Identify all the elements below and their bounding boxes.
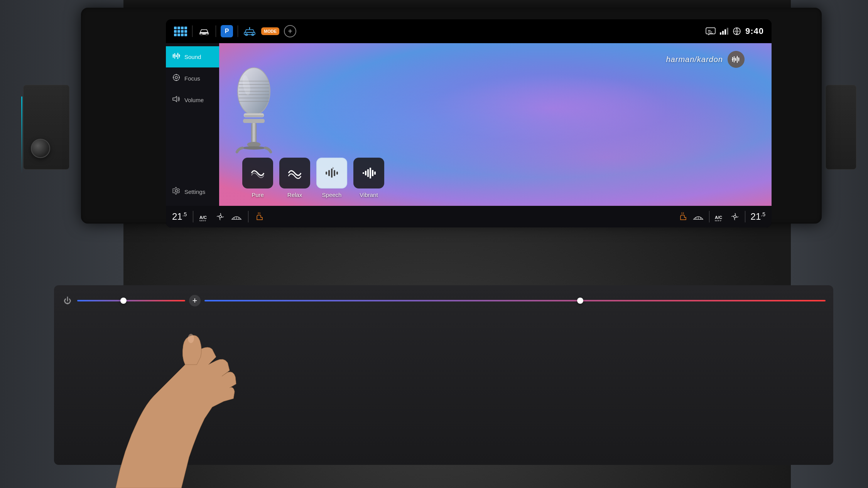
main-content-area: harman/kardon — [219, 43, 772, 206]
svg-text:MAX: MAX — [199, 219, 206, 221]
connected-car-icon — [243, 27, 256, 36]
apps-icon[interactable] — [174, 24, 187, 38]
microphone-svg — [223, 61, 285, 169]
sidebar-focus-label: Focus — [184, 75, 200, 82]
blue-accent-trim — [21, 96, 22, 173]
hk-logo-text: harman/kardon — [666, 55, 723, 64]
bottom-climate-bar: 21.5 A/C MAX — [166, 206, 772, 227]
svg-rect-57 — [367, 169, 369, 177]
message-icon — [705, 27, 716, 36]
divider-3 — [238, 25, 238, 37]
right-temp-display: 21.5 — [751, 211, 765, 222]
volume-icon — [172, 96, 181, 104]
pure-icon — [250, 166, 265, 180]
left-temp-slider-thumb[interactable] — [120, 298, 127, 304]
svg-point-72 — [734, 215, 736, 218]
focus-svg-icon — [172, 74, 180, 81]
right-temp-slider-thumb[interactable] — [577, 298, 583, 304]
svg-point-63 — [219, 215, 221, 218]
climate-divider-1 — [193, 211, 193, 222]
main-screen: P MODE + — [166, 19, 772, 227]
left-vent — [23, 85, 69, 170]
hk-branding: harman/kardon — [666, 51, 745, 68]
status-icons: 9:40 — [705, 26, 764, 36]
climate-divider-2 — [248, 211, 248, 222]
left-temp-slider[interactable] — [77, 300, 185, 301]
sidebar: Sound Focus — [166, 43, 219, 206]
car-button[interactable] — [197, 24, 211, 38]
bottom-controls: ⏻ + — [62, 289, 826, 312]
plus-button[interactable]: + — [189, 295, 201, 306]
heated-seat-icon[interactable] — [255, 212, 264, 221]
car-icon — [198, 27, 210, 35]
mode-button-vibrant[interactable]: Vibrant — [353, 158, 384, 198]
network-icon — [732, 27, 741, 35]
mode-button-pure[interactable]: Pure — [242, 158, 273, 198]
eq-icon — [172, 52, 180, 59]
gear-icon — [172, 187, 180, 195]
relax-label: Relax — [287, 192, 302, 198]
sidebar-item-sound[interactable]: Sound — [166, 46, 219, 67]
vibrant-icon — [361, 166, 377, 180]
right-ac-max-icon[interactable]: A/C MAX — [715, 212, 725, 221]
svg-point-49 — [242, 146, 265, 150]
right-vent — [826, 85, 856, 170]
grid-icon — [174, 27, 187, 36]
mode-button-speech[interactable]: Speech — [316, 158, 347, 198]
left-knob[interactable] — [31, 139, 50, 158]
ac-max-icon[interactable]: A/C MAX — [199, 212, 209, 221]
svg-rect-51 — [328, 170, 330, 176]
pure-icon-box — [242, 158, 273, 188]
add-button[interactable]: + — [284, 25, 296, 37]
sound-modes-container: Pure Relax — [242, 158, 768, 198]
divider-1 — [192, 25, 193, 37]
sidebar-item-settings[interactable]: Settings — [166, 181, 219, 203]
signal-icon — [720, 28, 728, 35]
svg-point-19 — [175, 76, 177, 79]
sidebar-item-volume[interactable]: Volume — [166, 89, 219, 111]
right-temp-slider[interactable] — [204, 300, 826, 301]
mode-button[interactable]: MODE — [261, 27, 279, 35]
sidebar-item-focus[interactable]: Focus — [166, 67, 219, 89]
right-fan-icon[interactable] — [730, 212, 740, 221]
divider-2 — [216, 25, 216, 37]
time-display: 9:40 — [745, 26, 764, 36]
vibrant-icon-box — [353, 158, 384, 188]
left-temp-slider-container — [77, 300, 185, 301]
power-button[interactable]: ⏻ — [62, 296, 73, 305]
hk-eq-icon — [732, 56, 740, 63]
pure-label: Pure — [252, 192, 264, 198]
sidebar-settings-label: Settings — [184, 188, 205, 195]
vibrant-label: Vibrant — [360, 192, 378, 198]
settings-icon — [172, 187, 181, 197]
speech-icon — [324, 166, 339, 180]
status-bar: P MODE + — [166, 19, 772, 43]
mode-button-relax[interactable]: Relax — [279, 158, 310, 198]
svg-rect-59 — [372, 170, 373, 176]
svg-point-18 — [173, 74, 179, 81]
svg-text:MAX: MAX — [715, 219, 722, 221]
svg-rect-47 — [251, 123, 257, 143]
climate-divider-3 — [709, 211, 709, 222]
relax-icon-box — [279, 158, 310, 188]
svg-rect-56 — [365, 171, 366, 175]
connected-car-button[interactable] — [243, 24, 257, 38]
svg-rect-55 — [363, 172, 364, 174]
volume-svg-icon — [172, 96, 181, 103]
fan-icon[interactable] — [216, 212, 225, 221]
right-heated-seat-icon[interactable] — [678, 212, 687, 221]
focus-icon — [172, 74, 181, 83]
nav-icons: P MODE + — [174, 24, 296, 38]
hk-equalizer-button[interactable] — [728, 51, 745, 68]
speech-label: Speech — [322, 192, 342, 198]
svg-point-24 — [175, 190, 177, 192]
defrost-icon[interactable] — [231, 212, 242, 221]
left-temp-display: 21.5 — [172, 211, 187, 222]
svg-rect-54 — [336, 172, 338, 175]
equalizer-icon — [172, 52, 181, 61]
sidebar-sound-label: Sound — [184, 54, 201, 60]
speech-icon-box — [316, 158, 347, 188]
right-defrost-icon[interactable] — [693, 212, 704, 221]
parking-button[interactable]: P — [221, 25, 233, 37]
sidebar-volume-label: Volume — [184, 97, 204, 103]
